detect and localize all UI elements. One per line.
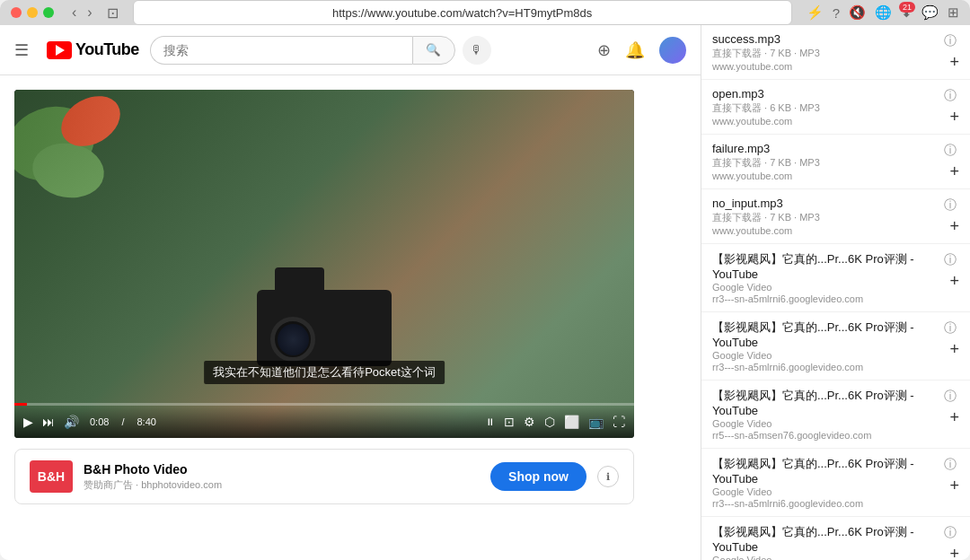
search-button[interactable]: 🔍 xyxy=(412,36,455,65)
theater-button[interactable]: ⬜ xyxy=(562,413,581,431)
download-item[interactable]: 【影视飓风】它真的...Pr...6K Pro评测 - YouTube Goog… xyxy=(701,244,970,312)
url-text: https://www.youtube.com/watch?v=HT9mytPm… xyxy=(143,6,782,20)
download-info: 【影视飓风】它真的...Pr...6K Pro评测 - YouTube Goog… xyxy=(712,319,934,372)
download-meta1: 直接下载器 · 6 KB · MP3 xyxy=(712,101,934,115)
fullscreen-button[interactable]: ⛶ xyxy=(611,413,627,431)
dl-info-button[interactable]: ⓘ xyxy=(941,319,959,337)
pause-buffer-button[interactable]: ⏸ xyxy=(483,415,497,429)
dl-add-button[interactable]: + xyxy=(949,409,959,425)
miniplayer-button[interactable]: ⬡ xyxy=(542,413,557,431)
video-player[interactable]: 我实在不知道他们是怎么看待Pocket这个词 ▶ ⏭ 🔊 0:08 / xyxy=(14,90,634,438)
download-meta1: Google Video xyxy=(712,282,934,293)
downloads-list: success.mp3 直接下载器 · 7 KB · MP3 www.youtu… xyxy=(701,25,970,560)
dl-info-button[interactable]: ⓘ xyxy=(941,142,959,160)
download-item[interactable]: 【影视飓风】它真的...Pr...6K Pro评测 - YouTube Goog… xyxy=(701,449,970,517)
settings-button[interactable]: ⚙ xyxy=(522,413,537,431)
maximize-button[interactable] xyxy=(43,7,54,18)
download-info: 【影视飓风】它真的...Pr...6K Pro评测 - YouTube Goog… xyxy=(712,388,934,441)
search-input[interactable] xyxy=(150,36,412,65)
dl-add-button[interactable]: + xyxy=(949,54,959,70)
download-item[interactable]: open.mp3 直接下载器 · 6 KB · MP3 www.youtube.… xyxy=(701,80,970,135)
ad-banner: B&H B&H Photo Video 赞助商广告 · bhphotovideo… xyxy=(14,449,634,504)
time-separator: / xyxy=(121,416,124,427)
dl-add-button[interactable]: + xyxy=(949,546,959,560)
dl-add-button[interactable]: + xyxy=(949,218,959,234)
foliage-decor xyxy=(14,90,194,269)
download-actions: ⓘ + xyxy=(941,524,959,560)
download-name: open.mp3 xyxy=(712,87,934,101)
cast-button[interactable]: 📺 xyxy=(586,413,605,431)
user-avatar[interactable] xyxy=(659,37,686,64)
dl-info-button[interactable]: ⓘ xyxy=(941,388,959,406)
dl-info-button[interactable]: ⓘ xyxy=(941,456,959,474)
title-bar-right: ⚡ ? 🔇 🌐 ⬇ 21 💬 ⊞ xyxy=(807,4,959,21)
shop-now-button[interactable]: Shop now xyxy=(490,462,586,491)
menu-icon[interactable]: ☰ xyxy=(14,40,29,60)
volume-button[interactable]: 🔊 xyxy=(62,413,81,431)
total-time: 8:40 xyxy=(137,416,155,427)
download-item[interactable]: failure.mp3 直接下载器 · 7 KB · MP3 www.youtu… xyxy=(701,135,970,189)
dl-add-button[interactable]: + xyxy=(949,109,959,125)
mic-button[interactable]: 🎙 xyxy=(463,36,491,65)
chat-icon[interactable]: 💬 xyxy=(922,4,939,21)
download-item[interactable]: 【影视飓风】它真的...Pr...6K Pro评测 - YouTube Goog… xyxy=(701,517,970,560)
download-meta2: rr3---sn-a5mlrni6.googlevideo.com xyxy=(712,293,934,304)
youtube-main: 我实在不知道他们是怎么看待Pocket这个词 ▶ ⏭ 🔊 0:08 / xyxy=(0,75,701,560)
forward-button[interactable]: › xyxy=(84,3,95,22)
dl-add-button[interactable]: + xyxy=(949,341,959,357)
download-info: 【影视飓风】它真的...Pr...6K Pro评测 - YouTube Goog… xyxy=(712,251,934,304)
create-icon[interactable]: ⊕ xyxy=(597,40,611,60)
download-info: 【影视飓风】它真的...Pr...6K Pro评测 - YouTube Goog… xyxy=(712,524,934,560)
address-bar[interactable]: https://www.youtube.com/watch?v=HT9mytPm… xyxy=(133,0,792,25)
info-icon: ℹ xyxy=(606,471,610,483)
download-item[interactable]: 【影视飓风】它真的...Pr...6K Pro评测 - YouTube Goog… xyxy=(701,381,970,449)
download-item[interactable]: success.mp3 直接下载器 · 7 KB · MP3 www.youtu… xyxy=(701,25,970,80)
download-meta1: 直接下载器 · 7 KB · MP3 xyxy=(712,156,934,170)
download-info: failure.mp3 直接下载器 · 7 KB · MP3 www.youtu… xyxy=(712,142,934,181)
tab-icon: ⊡ xyxy=(107,4,119,22)
download-name: 【影视飓风】它真的...Pr...6K Pro评测 - YouTube xyxy=(712,524,934,554)
dl-info-button[interactable]: ⓘ xyxy=(941,524,959,542)
video-thumbnail xyxy=(14,90,634,438)
screen-icon[interactable]: 🌐 xyxy=(875,4,892,21)
dl-add-button[interactable]: + xyxy=(949,273,959,289)
help-icon[interactable]: ? xyxy=(833,5,840,21)
download-actions: ⓘ + xyxy=(941,319,959,357)
download-item[interactable]: no_input.mp3 直接下载器 · 7 KB · MP3 www.yout… xyxy=(701,189,970,244)
download-item[interactable]: 【影视飓风】它真的...Pr...6K Pro评测 - YouTube Goog… xyxy=(701,312,970,381)
download-actions: ⓘ + xyxy=(941,456,959,494)
mic-icon: 🎙 xyxy=(471,43,482,57)
dl-add-button[interactable]: + xyxy=(949,163,959,179)
download-meta2: rr5---sn-a5msen76.googlevideo.com xyxy=(712,430,934,441)
dl-info-button[interactable]: ⓘ xyxy=(941,251,959,269)
dl-add-button[interactable]: + xyxy=(949,477,959,494)
dl-info-button[interactable]: ⓘ xyxy=(941,87,959,105)
refresh-icon: ⚡ xyxy=(807,4,824,21)
notifications-icon[interactable]: 🔔 xyxy=(625,40,645,60)
ad-info-button[interactable]: ℹ xyxy=(597,466,619,487)
subtitle-button[interactable]: ⊡ xyxy=(502,413,516,431)
play-button[interactable]: ▶ xyxy=(22,413,35,431)
download-name: 【影视飓风】它真的...Pr...6K Pro评测 - YouTube xyxy=(712,388,934,417)
back-button[interactable]: ‹ xyxy=(68,3,80,22)
mute-icon[interactable]: 🔇 xyxy=(849,4,866,21)
download-actions: ⓘ + xyxy=(941,87,959,125)
skip-button[interactable]: ⏭ xyxy=(40,413,57,431)
notification-badge-container: ⬇ 21 xyxy=(901,4,913,21)
dl-info-button[interactable]: ⓘ xyxy=(941,32,959,50)
download-name: failure.mp3 xyxy=(712,142,934,155)
dl-info-button[interactable]: ⓘ xyxy=(941,197,959,214)
download-meta2: www.youtube.com xyxy=(712,225,934,236)
download-actions: ⓘ + xyxy=(941,32,959,70)
minimize-button[interactable] xyxy=(27,7,38,18)
download-info: success.mp3 直接下载器 · 7 KB · MP3 www.youtu… xyxy=(712,32,934,72)
title-bar: ‹ › ⊡ https://www.youtube.com/watch?v=HT… xyxy=(0,0,970,25)
close-button[interactable] xyxy=(11,7,22,18)
download-actions: ⓘ + xyxy=(941,388,959,425)
video-container: 我实在不知道他们是怎么看待Pocket这个词 ▶ ⏭ 🔊 0:08 / xyxy=(14,90,634,438)
download-actions: ⓘ + xyxy=(941,142,959,179)
download-meta1: Google Video xyxy=(712,350,934,361)
sidebar-icon[interactable]: ⊞ xyxy=(948,4,959,21)
youtube-area: ☰ YouTube 🔍 🎙 ⊕ xyxy=(0,25,701,560)
download-actions: ⓘ + xyxy=(941,197,959,234)
